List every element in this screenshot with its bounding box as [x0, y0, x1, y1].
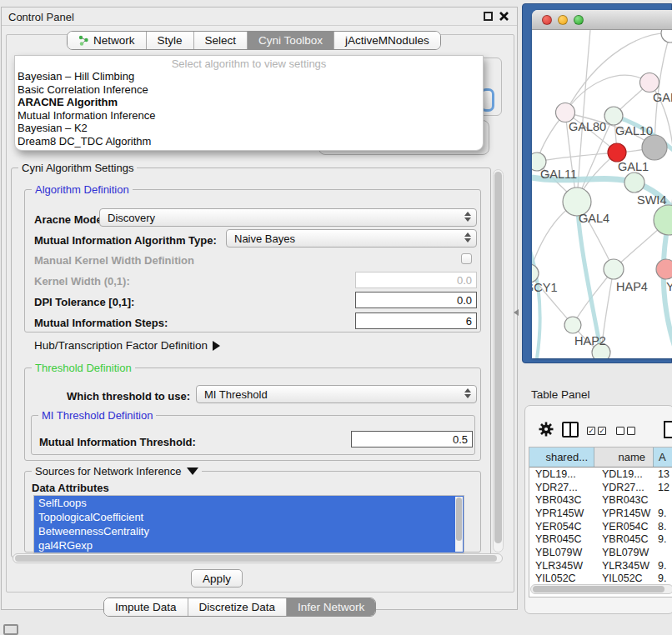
table-row[interactable]: YDL19...YDL19...13 — [529, 468, 672, 481]
network-canvas[interactable]: GALGAL80GAL10GAL1GAL11SWI4GAL4GCY1HAP4YH… — [532, 30, 672, 358]
unchecked-checkbox-icon[interactable] — [627, 427, 635, 435]
network-node[interactable] — [642, 135, 667, 160]
table-cell[interactable]: YLR345W — [529, 560, 594, 572]
network-node[interactable] — [604, 107, 623, 125]
network-node[interactable] — [656, 259, 672, 279]
table-cell[interactable]: YBR043C — [529, 494, 594, 506]
data-attributes-list[interactable]: SelfLoopsTopologicalCoefficientBetweenne… — [33, 495, 464, 553]
algorithm-option[interactable]: Mutual Information Inference — [15, 109, 483, 122]
settings-horizontal-scrollbar[interactable] — [13, 553, 503, 563]
mi-steps-field[interactable]: 6 — [355, 312, 477, 329]
table-cell[interactable]: 8. — [654, 521, 672, 532]
apply-button[interactable]: Apply — [191, 569, 243, 588]
close-panel-icon[interactable] — [499, 11, 509, 22]
unchecked-checkbox-icon[interactable] — [616, 427, 624, 435]
table-cell[interactable]: YDR27... — [529, 482, 594, 493]
settings-vscroll-thumb[interactable] — [494, 172, 502, 543]
tab-discretize-data[interactable]: Discretize Data — [188, 598, 288, 616]
table-cell[interactable]: YBR045C — [529, 533, 594, 545]
table-cell[interactable]: 13 — [654, 468, 672, 480]
minimize-traffic-light-icon[interactable] — [558, 15, 568, 25]
attribute-list-item[interactable]: gal4RGexp — [34, 538, 464, 552]
network-node[interactable] — [608, 143, 626, 162]
attribute-list-item[interactable]: SelfLoops — [34, 496, 464, 510]
table-cell[interactable]: YDR27... — [594, 482, 654, 493]
table-cell[interactable]: YER054C — [529, 521, 594, 532]
settings-vertical-scrollbar[interactable] — [493, 169, 504, 552]
float-panel-icon[interactable] — [484, 12, 493, 21]
table-row[interactable]: YBR045CYBR045C9. — [529, 532, 672, 546]
attr-list-scroll-thumb[interactable] — [456, 498, 462, 541]
dpi-tolerance-field[interactable]: 0.0 — [355, 292, 477, 308]
tab-cyni-toolbox[interactable]: Cyni Toolbox — [248, 32, 334, 49]
gear-icon[interactable] — [538, 421, 554, 438]
attribute-list-item[interactable]: TopologicalCoefficient — [34, 510, 464, 524]
column-header-shared[interactable]: shared... — [529, 448, 594, 467]
table-cell[interactable]: YBL079W — [594, 547, 654, 558]
network-edge[interactable] — [532, 240, 540, 358]
column-header-third[interactable]: A — [654, 448, 672, 467]
table-cell[interactable]: 12 — [654, 482, 672, 493]
algorithm-option[interactable]: ARACNE Algorithm — [15, 96, 483, 109]
tab-network[interactable]: Network — [68, 32, 147, 49]
table-cell[interactable]: YPR145W — [529, 508, 594, 519]
checked-checkbox-icon[interactable]: ✓ — [587, 427, 595, 435]
table-cell[interactable]: YBL079W — [529, 547, 594, 558]
table-cell[interactable]: YBR045C — [594, 533, 654, 545]
table-cell[interactable]: YBR043C — [594, 494, 654, 506]
attribute-list-item[interactable]: BetweennessCentrality — [34, 524, 464, 538]
table-hscroll-thumb[interactable] — [533, 586, 664, 592]
table-row[interactable]: YIL052CYIL052C9. — [529, 572, 672, 586]
table-row[interactable]: YBL079WYBL079W — [529, 546, 672, 559]
table-row[interactable]: YER054CYER054C8. — [529, 520, 672, 533]
manual-kernel-width-checkbox[interactable] — [461, 253, 472, 264]
zoom-traffic-light-icon[interactable] — [574, 15, 584, 25]
algorithm-option[interactable]: Bayesian – Hill Climbing — [15, 70, 483, 83]
close-traffic-light-icon[interactable] — [542, 15, 552, 25]
table-cell[interactable]: YIL052C — [529, 572, 594, 584]
network-node[interactable] — [564, 317, 581, 333]
tab-impute-data[interactable]: Impute Data — [104, 598, 188, 616]
tab-select[interactable]: Select — [194, 32, 248, 49]
tab-jactivemnodules[interactable]: jActiveMNodules — [334, 32, 440, 49]
splitter-collapse-icon[interactable] — [514, 309, 519, 316]
table-row[interactable]: YLR345WYLR345W9. — [529, 559, 672, 572]
network-window-titlebar[interactable] — [532, 10, 672, 30]
table-cell[interactable]: YPR145W — [594, 508, 654, 519]
algorithm-option[interactable]: Dream8 DC_TDC Algorithm — [15, 135, 483, 148]
tab-infer-network[interactable]: Infer Network — [287, 598, 375, 616]
mi-threshold-field[interactable]: 0.5 — [351, 431, 473, 448]
table-cell[interactable]: YLR345W — [594, 560, 654, 572]
tab-style[interactable]: Style — [147, 32, 194, 49]
table-cell[interactable]: 9. — [654, 560, 672, 572]
which-threshold-combo[interactable]: MI Threshold — [196, 385, 477, 403]
network-node[interactable] — [624, 172, 644, 192]
table-cell[interactable]: YER054C — [594, 521, 654, 532]
collapsed-panel-icon[interactable] — [3, 624, 18, 635]
table-cell[interactable]: 9. — [654, 508, 672, 519]
table-doc-icon[interactable] — [664, 421, 672, 438]
aracne-mode-combo[interactable]: Discovery — [99, 208, 477, 227]
attr-list-scrollbar[interactable] — [455, 497, 463, 552]
checked-checkbox-icon[interactable]: ✓ — [598, 427, 606, 435]
table-cell[interactable]: YDL19... — [529, 468, 594, 480]
settings-hscroll-thumb[interactable] — [15, 555, 497, 562]
column-header-name[interactable]: name — [594, 448, 654, 467]
kernel-width-field[interactable]: 0.0 — [355, 272, 477, 288]
table-row[interactable]: YDR27...YDR27...12 — [529, 481, 672, 494]
network-node[interactable] — [604, 259, 624, 279]
sources-group-title[interactable]: Sources for Network Inference — [32, 465, 202, 478]
algorithm-option[interactable]: Bayesian – K2 — [15, 122, 483, 135]
table-cell[interactable]: YDL19... — [594, 468, 654, 480]
network-edge[interactable] — [537, 152, 617, 162]
table-horizontal-scrollbar[interactable] — [530, 584, 672, 594]
algorithm-option[interactable]: Basic Correlation Inference — [15, 83, 483, 97]
table-row[interactable]: YBR043CYBR043C — [529, 493, 672, 507]
hub-definition-expander[interactable]: Hub/Transcription Factor Definition — [34, 339, 220, 352]
table-cell[interactable]: YIL052C — [594, 572, 654, 584]
table-row[interactable]: YPR145WYPR145W9. — [529, 507, 672, 520]
mi-algorithm-type-combo[interactable]: Naive Bayes — [226, 229, 477, 248]
network-node[interactable] — [640, 73, 659, 92]
table-cell[interactable]: 9. — [654, 533, 672, 545]
table-cell[interactable]: 9. — [654, 572, 672, 584]
